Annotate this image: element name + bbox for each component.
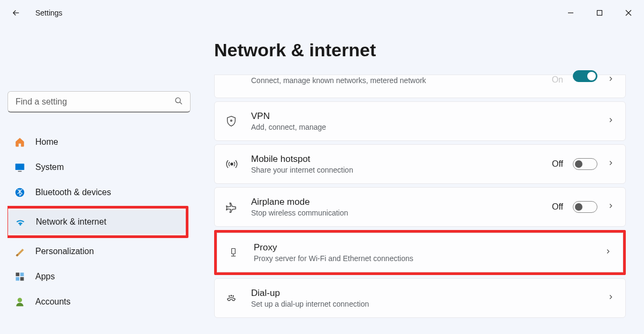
svg-point-13 (18, 298, 22, 302)
window-title: Settings (35, 9, 63, 17)
card-desc: Set up a dial-up internet connection (251, 300, 607, 308)
account-placeholder (7, 28, 194, 86)
svg-rect-10 (20, 273, 24, 277)
toggle-label: Off (552, 159, 563, 169)
card-title: Airplane mode (251, 197, 552, 207)
nav-item-label: Bluetooth & devices (35, 188, 111, 197)
card-desc: Proxy server for Wi-Fi and Ethernet conn… (254, 254, 604, 263)
svg-line-5 (180, 102, 182, 104)
card-hotspot[interactable]: Mobile hotspot Share your internet conne… (214, 144, 626, 184)
svg-point-20 (229, 296, 230, 296)
highlight-proxy: Proxy Proxy server for Wi-Fi and Etherne… (214, 230, 626, 275)
airplane-toggle[interactable] (573, 201, 597, 213)
shield-icon (225, 115, 251, 127)
minimize-button[interactable] (558, 4, 583, 21)
svg-rect-9 (16, 273, 20, 277)
chevron-right-icon (607, 116, 615, 126)
airplane-icon (225, 201, 251, 213)
nav-item-accounts[interactable]: Accounts (7, 290, 193, 314)
card-desc: Connect, manage known networks, metered … (251, 76, 552, 85)
card-proxy[interactable]: Proxy Proxy server for Wi-Fi and Etherne… (217, 233, 623, 272)
card-title: VPN (251, 111, 607, 122)
nav-item-personalization[interactable]: Personalization (7, 240, 193, 263)
home-icon (14, 136, 26, 148)
chevron-right-icon (607, 75, 615, 85)
hotspot-toggle[interactable] (573, 158, 597, 170)
card-title: Dial-up (251, 288, 607, 299)
dialup-icon (225, 292, 251, 304)
search-container (7, 91, 191, 113)
card-desc: Stop wireless communication (251, 209, 552, 217)
nav-item-apps[interactable]: Apps (7, 265, 193, 288)
svg-point-4 (176, 98, 180, 102)
svg-rect-11 (16, 277, 20, 281)
nav-item-label: Personalization (35, 247, 94, 256)
svg-point-21 (231, 295, 231, 296)
card-airplane[interactable]: Airplane mode Stop wireless communicatio… (214, 187, 626, 227)
chevron-right-icon (607, 202, 615, 212)
arrow-left-icon (11, 8, 21, 18)
toggle-label: Off (552, 202, 563, 212)
chevron-right-icon (604, 248, 612, 257)
close-button[interactable] (616, 4, 641, 21)
wifi-toggle[interactable] (573, 70, 597, 82)
svg-rect-12 (20, 277, 24, 281)
system-icon (14, 161, 26, 173)
nav-item-label: Apps (35, 272, 55, 281)
svg-point-16 (231, 163, 233, 165)
maximize-button[interactable] (587, 4, 612, 21)
wifi-icon (14, 216, 26, 228)
nav-item-bluetooth[interactable]: Bluetooth & devices (7, 181, 193, 204)
proxy-icon (228, 247, 254, 258)
nav-list[interactable]: Home System Bluetooth & devices (7, 129, 194, 322)
svg-rect-7 (18, 171, 22, 172)
titlebar: Settings (0, 0, 644, 26)
chevron-right-icon (607, 293, 615, 303)
nav-item-system[interactable]: System (7, 155, 193, 179)
chevron-right-icon (607, 159, 615, 169)
nav-item-label: System (35, 162, 64, 172)
svg-point-15 (231, 120, 232, 122)
minimize-icon (567, 10, 574, 16)
highlight-network: Network & internet (7, 206, 188, 238)
card-desc: Share your internet connection (251, 166, 552, 174)
settings-cards: Connect, manage known networks, metered … (214, 75, 626, 318)
svg-rect-17 (232, 249, 236, 254)
close-icon (625, 10, 632, 16)
card-wifi[interactable]: Connect, manage known networks, metered … (214, 75, 626, 98)
card-dialup[interactable]: Dial-up Set up a dial-up internet connec… (214, 278, 626, 318)
nav-item-network[interactable]: Network & internet (8, 210, 186, 234)
svg-rect-6 (16, 164, 25, 170)
personalization-icon (14, 246, 26, 257)
svg-rect-1 (597, 11, 602, 16)
search-icon (174, 97, 183, 108)
nav-item-label: Accounts (35, 297, 71, 307)
apps-icon (14, 271, 26, 283)
card-title: Proxy (254, 242, 604, 253)
bluetooth-icon (14, 187, 26, 198)
nav-item-label: Home (35, 137, 58, 147)
sidebar: Home System Bluetooth & devices (0, 26, 198, 334)
card-vpn[interactable]: VPN Add, connect, manage (214, 101, 626, 141)
back-button[interactable] (10, 6, 22, 19)
nav-item-time[interactable]: Time & language (7, 315, 193, 322)
time-icon (14, 321, 26, 322)
page-title: Network & internet (214, 40, 626, 61)
nav-item-label: Network & internet (36, 217, 107, 227)
svg-point-22 (233, 296, 233, 296)
card-title: Mobile hotspot (251, 154, 552, 165)
card-desc: Add, connect, manage (251, 123, 607, 131)
toggle-label: On (552, 75, 563, 85)
search-input[interactable] (7, 91, 191, 113)
accounts-icon (14, 296, 26, 308)
nav-item-home[interactable]: Home (7, 130, 193, 154)
hotspot-icon (225, 158, 251, 170)
maximize-icon (596, 10, 603, 16)
main-panel: Network & internet Connect, manage known… (198, 26, 644, 334)
